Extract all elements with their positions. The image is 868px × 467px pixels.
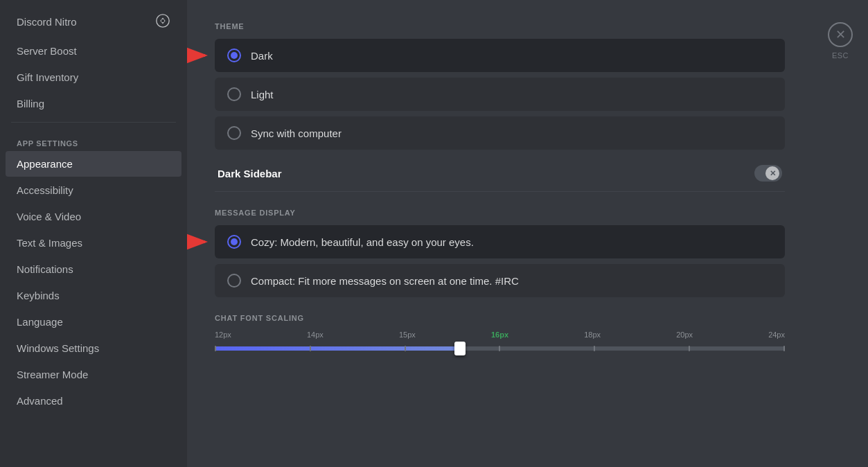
sidebar-item-billing[interactable]: Billing bbox=[6, 91, 181, 116]
dark-sidebar-label: Dark Sidebar bbox=[218, 168, 282, 179]
compact-label: Compact: Fit more messages on screen at … bbox=[251, 275, 519, 287]
app-settings-label: APP SETTINGS bbox=[0, 128, 187, 150]
content-wrapper: THEME Dark Light bbox=[187, 0, 868, 467]
radio-dark bbox=[227, 49, 241, 62]
sidebar-item-gift-inventory[interactable]: Gift Inventory bbox=[6, 64, 181, 90]
chat-font-scaling-section: CHAT FONT SCALING 12px 14px 15px 16px 18… bbox=[215, 314, 785, 355]
red-arrow-1 bbox=[187, 46, 211, 65]
radio-sync bbox=[227, 126, 241, 140]
tick-mark bbox=[499, 346, 500, 351]
sidebar-item-label: Server Boost bbox=[17, 45, 77, 57]
tick-mark bbox=[689, 346, 690, 351]
dark-sidebar-row: Dark Sidebar ✕ bbox=[215, 155, 785, 192]
main-content: THEME Dark Light bbox=[187, 0, 813, 467]
font-scaling-slider[interactable] bbox=[215, 342, 785, 355]
slider-track bbox=[215, 346, 785, 351]
sidebar-item-label: Voice & Video bbox=[17, 211, 81, 222]
sidebar-item-language[interactable]: Language bbox=[6, 309, 181, 335]
radio-light bbox=[227, 87, 241, 101]
sidebar-item-label: Windows Settings bbox=[17, 342, 99, 354]
message-display-cozy[interactable]: Cozy: Modern, beautiful, and easy on you… bbox=[215, 225, 785, 258]
close-area: ✕ ESC bbox=[813, 0, 868, 467]
red-arrow-2 bbox=[187, 232, 211, 252]
esc-label: ESC bbox=[832, 51, 849, 60]
theme-option-light[interactable]: Light bbox=[215, 78, 785, 111]
dark-theme-wrapper: Dark bbox=[215, 39, 785, 72]
sidebar-item-streamer-mode[interactable]: Streamer Mode bbox=[6, 362, 181, 387]
theme-option-dark[interactable]: Dark bbox=[215, 39, 785, 72]
sidebar: Discord Nitro Server Boost Gift Inventor… bbox=[0, 0, 187, 467]
sidebar-item-label: Accessibility bbox=[17, 184, 73, 196]
sidebar-item-server-boost[interactable]: Server Boost bbox=[6, 38, 181, 64]
sidebar-item-label: Billing bbox=[17, 98, 44, 109]
sidebar-item-label: Text & Images bbox=[17, 237, 82, 249]
theme-dark-label: Dark bbox=[251, 50, 273, 62]
sidebar-item-windows-settings[interactable]: Windows Settings bbox=[6, 335, 181, 361]
sidebar-item-discord-nitro[interactable]: Discord Nitro bbox=[6, 6, 181, 37]
sidebar-divider bbox=[11, 122, 176, 123]
tick-15px: 15px bbox=[399, 331, 416, 339]
radio-cozy bbox=[227, 235, 241, 249]
sidebar-item-appearance[interactable]: Appearance bbox=[6, 151, 181, 177]
svg-point-1 bbox=[161, 19, 165, 23]
toggle-x-icon: ✕ bbox=[765, 166, 779, 180]
tick-16px: 16px bbox=[491, 331, 508, 339]
tick-24px: 24px bbox=[768, 331, 785, 339]
radio-compact bbox=[227, 274, 241, 288]
scaling-ticks: 12px 14px 15px 16px 18px 20px 24px bbox=[215, 331, 785, 339]
message-display-label: MESSAGE DISPLAY bbox=[215, 209, 785, 217]
sidebar-item-label: Advanced bbox=[17, 395, 63, 407]
tick-18px: 18px bbox=[584, 331, 601, 339]
tick-12px: 12px bbox=[215, 331, 231, 339]
chat-font-scaling-label: CHAT FONT SCALING bbox=[215, 314, 785, 322]
sidebar-item-label: Gift Inventory bbox=[17, 71, 78, 83]
sidebar-item-text-images[interactable]: Text & Images bbox=[6, 230, 181, 256]
sidebar-item-label: Language bbox=[17, 316, 63, 328]
theme-sync-label: Sync with computer bbox=[251, 127, 342, 139]
sidebar-item-label: Appearance bbox=[17, 158, 73, 170]
sidebar-item-label: Discord Nitro bbox=[17, 16, 77, 28]
theme-light-label: Light bbox=[251, 89, 274, 100]
theme-option-sync[interactable]: Sync with computer bbox=[215, 116, 785, 150]
red-arrow-svg-2 bbox=[187, 232, 211, 252]
message-display-section: MESSAGE DISPLAY Cozy: Modern, bbox=[215, 209, 785, 297]
tick-20px: 20px bbox=[676, 331, 693, 339]
cozy-option-wrapper: Cozy: Modern, beautiful, and easy on you… bbox=[215, 225, 785, 258]
nitro-icon bbox=[155, 13, 170, 30]
sidebar-item-keybinds[interactable]: Keybinds bbox=[6, 283, 181, 308]
tick-14px: 14px bbox=[307, 331, 324, 339]
slider-fill bbox=[215, 346, 460, 351]
red-arrow-svg-1 bbox=[187, 46, 211, 65]
tick-mark bbox=[783, 346, 785, 351]
tick-mark bbox=[594, 346, 595, 351]
sidebar-item-voice-video[interactable]: Voice & Video bbox=[6, 204, 181, 229]
close-icon: ✕ bbox=[835, 27, 846, 42]
sidebar-item-label: Notifications bbox=[17, 263, 73, 275]
sidebar-item-label: Streamer Mode bbox=[17, 369, 88, 380]
cozy-label: Cozy: Modern, beautiful, and easy on you… bbox=[251, 236, 474, 248]
close-button[interactable]: ✕ bbox=[828, 22, 853, 47]
slider-thumb[interactable] bbox=[454, 342, 466, 355]
sidebar-item-label: Keybinds bbox=[17, 290, 60, 301]
message-display-compact[interactable]: Compact: Fit more messages on screen at … bbox=[215, 264, 785, 297]
theme-section-label: THEME bbox=[215, 22, 785, 30]
sidebar-item-accessibility[interactable]: Accessibility bbox=[6, 177, 181, 203]
sidebar-item-advanced[interactable]: Advanced bbox=[6, 388, 181, 414]
dark-sidebar-toggle[interactable]: ✕ bbox=[754, 165, 782, 182]
sidebar-item-notifications[interactable]: Notifications bbox=[6, 256, 181, 282]
